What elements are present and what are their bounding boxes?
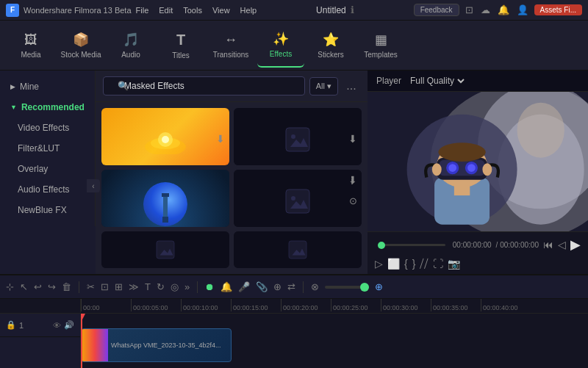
preview-video [368,92,588,231]
effect-card-image-mask[interactable]: Image Mask [101,170,229,227]
effect-card-warm-family[interactable]: ⊙ ⋮ ⬇ Warm Family 01 [234,170,362,227]
play-button[interactable]: ▶ [570,237,581,253]
assets-button[interactable]: Assets Fi... [534,4,582,15]
svg-point-29 [482,163,492,176]
toolbar-audio[interactable]: 🎵 Audio [107,24,154,68]
mark-in-button[interactable]: { [404,258,408,270]
quality-select[interactable]: Full Quality [407,75,467,87]
toolbar-media[interactable]: 🖼 Media [7,24,54,68]
tl-cut-icon[interactable]: ✂ [87,281,95,292]
svg-point-28 [432,163,442,176]
title-bar-menu: File Edit Tools View Help [136,6,257,15]
mark-out-button[interactable]: } [412,258,416,270]
audio-viz-download-icon[interactable]: ⬇ [216,133,225,145]
light18-download-icon[interactable]: ⬇ [348,133,357,145]
effect-card-extra2[interactable] [234,231,362,268]
snapshot-button[interactable]: 📷 [448,258,460,270]
tl-undo-icon[interactable]: ↩ [34,281,42,292]
tl-crop-icon[interactable]: ⊡ [101,281,109,292]
menu-view[interactable]: View [212,6,230,15]
tl-redo-icon[interactable]: ↪ [48,281,56,292]
zoom-slider-thumb [360,283,369,292]
menu-tools[interactable]: Tools [183,6,202,15]
preview-progress-bar[interactable] [378,244,445,246]
track-lock-icon[interactable]: 🔒 [6,320,16,330]
person-icon[interactable]: 👤 [517,4,528,15]
sidebar-item-newblue-fx[interactable]: NewBlue FX [0,200,95,220]
tl-magnet-icon[interactable]: ⊗ [311,281,319,292]
tl-divider1 [79,281,79,293]
tl-zoom-icon[interactable]: ⊕ [375,281,383,292]
effect-card-extra1[interactable] [101,231,229,268]
toolbar-stickers[interactable]: ⭐ Stickers [307,24,354,68]
stop-button[interactable]: ⬜ [387,258,400,270]
extra2-thumb [234,231,362,268]
tl-speed-icon[interactable]: ≫ [129,281,139,292]
all-dropdown[interactable]: All ▾ [309,77,338,95]
effects-grid: ⬇ Audio Visualizer Glow ⬇ Light Effect 1… [96,102,368,274]
ruler-seg-7: 00:00:35:00 [431,299,481,311]
warm-family-download-icon[interactable]: ⬇ [348,174,357,186]
sidebar-item-recommended[interactable]: ▼ Recommended [0,97,95,118]
tl-color-icon[interactable]: ◎ [171,281,179,292]
toolbar-stock-media[interactable]: 📦 Stock Media [57,24,104,68]
feedback-button[interactable]: Feedback [414,4,459,16]
ruler-marks: 00:00 00:00:05:00 00:00:10:00 00:00:15:0… [81,299,588,311]
tl-select-icon[interactable]: ⊹ [6,281,14,292]
tl-zoom-slider[interactable] [325,286,369,289]
frame-back-button[interactable]: ◁ [558,239,566,250]
lighthouse-tower [158,191,173,227]
toolbar-effects[interactable]: ✨ Effects [257,24,304,68]
toolbar-titles[interactable]: T Titles [157,24,204,68]
more-button[interactable]: ... [343,79,360,93]
timeline-ruler: 00:00 00:00:05:00 00:00:10:00 00:00:15:0… [81,299,588,314]
effect-card-light18[interactable]: ⬇ Light Effect 18 [234,108,362,165]
skip-back-button[interactable]: ⏮ [543,239,553,250]
sidebar-collapse-button[interactable]: ‹ [87,179,100,192]
sidebar-item-overlay[interactable]: Overlay [0,159,95,179]
cloud-icon[interactable]: ☁ [481,4,490,15]
effect-card-audio-viz[interactable]: ⬇ Audio Visualizer Glow [101,108,229,165]
menu-file[interactable]: File [136,6,149,15]
sidebar-container: ▶ Mine ▼ Recommended Video Effects Filte… [0,71,96,274]
toolbar-templates[interactable]: ▦ Templates [357,24,404,68]
menu-help[interactable]: Help [240,6,257,15]
tl-voice-icon[interactable]: 🔔 [220,281,232,292]
recommended-arrow: ▼ [10,104,17,111]
transitions-icon: ↔ [224,32,237,48]
tl-clip-icon[interactable]: 📎 [256,281,268,292]
tl-transition-icon[interactable]: ⇄ [287,281,295,292]
split-button[interactable]: ⧸⧸ [420,257,429,270]
sidebar-item-mine[interactable]: ▶ Mine [0,76,95,97]
tl-delete-icon[interactable]: 🗑 [62,281,71,292]
fullscreen-button[interactable]: ⛶ [433,258,443,270]
templates-label: Templates [364,51,398,59]
search-input[interactable] [103,76,305,95]
tl-mic-icon[interactable]: 🎤 [238,281,250,292]
track-eye-icon[interactable]: 👁 [53,321,61,330]
toolbar-transitions[interactable]: ↔ Transitions [207,24,254,68]
ruler-time-8: 00:00:40:00 [481,304,518,311]
placeholder-icon2 [283,187,312,216]
sidebar-item-video-effects[interactable]: Video Effects [0,118,95,138]
tl-rotate-icon[interactable]: ↻ [157,281,165,292]
svg-point-5 [291,134,295,139]
notification-icon[interactable]: 🔔 [498,4,509,15]
tl-cursor-icon[interactable]: ↖ [20,281,28,292]
tl-transform-icon[interactable]: ⊞ [115,281,123,292]
monitor-icon[interactable]: ⊡ [465,4,473,15]
tl-record-icon[interactable]: ⏺ [205,281,215,292]
tl-text-icon[interactable]: T [145,281,151,292]
frame-forward-button[interactable]: ▷ [375,258,383,270]
track-clip-1[interactable]: WhatsApp VME_2023-10-35_4b2f4... [81,328,232,362]
timeline-body: 🔒 1 👁 🔊 00:00 00:00:05:00 00:00:10:00 00… [0,299,588,368]
svg-rect-12 [289,241,306,259]
track-audio-icon[interactable]: 🔊 [64,320,74,330]
menu-edit[interactable]: Edit [159,6,173,15]
tl-effect-icon[interactable]: ⊕ [273,281,282,292]
tl-more-icon[interactable]: » [184,281,190,292]
ruler-time-4: 00:00:20:00 [282,304,318,311]
sidebar-item-audio-effects[interactable]: Audio Effects [0,179,95,200]
sidebar-item-filter-lut[interactable]: Filter&LUT [0,138,95,159]
warm-family-overlay-icon[interactable]: ⊙ [349,195,357,206]
